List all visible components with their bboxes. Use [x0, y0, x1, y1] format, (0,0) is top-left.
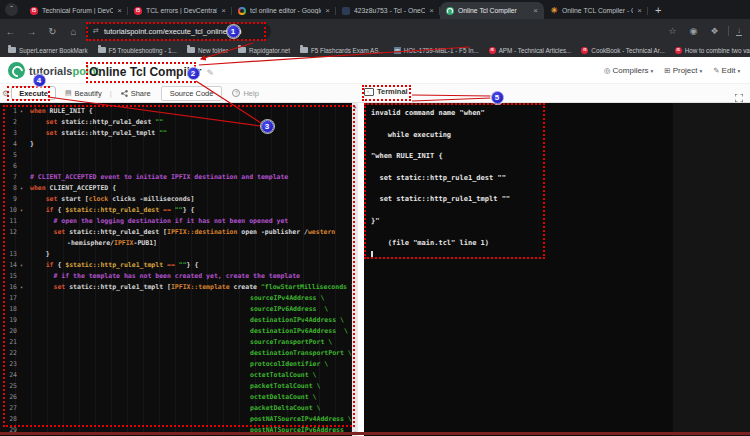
code-editor[interactable]: 1▾when RULE_INIT {2 set static::http_rul… [0, 103, 358, 436]
folder-icon [8, 47, 16, 53]
tab-close-icon[interactable]: × [221, 6, 226, 15]
terminal-output[interactable]: invalid command name "when" while execut… [364, 103, 750, 436]
fold-icon[interactable]: ▾ [17, 260, 26, 271]
terminal-line [371, 119, 750, 130]
line-number: 27 [0, 403, 17, 414]
terminal-line [371, 227, 750, 238]
bookmarks-bar: SuperLearner BookMarkF5 Troubleshooting … [0, 43, 750, 57]
share-button[interactable]: Share [121, 89, 151, 98]
tab-close-icon[interactable]: × [533, 6, 538, 15]
line-number: 7 [0, 172, 17, 183]
bookmark-item[interactable]: f5How to combine two var... [675, 47, 750, 54]
bookmark-item[interactable]: Rapidgator.net [238, 47, 290, 54]
code-text: packetTotalCount \ [26, 381, 320, 392]
terminal-line: (file "main.tcl" line 1) [371, 238, 750, 249]
bookmarks-items: SuperLearner BookMarkF5 Troubleshooting … [8, 47, 750, 54]
line-number: 12 [0, 227, 17, 238]
terminal-line [371, 205, 750, 216]
code-line: 5 [0, 150, 358, 161]
tab-close-icon[interactable]: × [325, 6, 330, 15]
fold-spacer [17, 381, 26, 392]
code-line: 11 # open the logging destination if it … [0, 216, 358, 227]
bookmark-item[interactable]: vmHOL-1759-MBL-1 - F5 In... [394, 47, 479, 54]
menu-project[interactable]: ⊞Project▾ [664, 66, 702, 75]
browser-tab[interactable]: 423z8u753 - Tcl - OneCompiler× [336, 2, 440, 19]
toolbar-right-icons: ☆ ◉ ❖ ↓ [662, 26, 750, 36]
downloads-icon[interactable]: ↓ [736, 26, 742, 36]
browser-tab[interactable]: f5Technical Forum | DevCentral× [24, 2, 128, 19]
tutorialspoint-favicon-icon [446, 7, 454, 15]
fold-spacer [17, 315, 26, 326]
fold-spacer [17, 172, 26, 183]
line-number: 16 [0, 282, 17, 293]
tab-close-icon[interactable]: × [117, 6, 122, 15]
tabs-container: f5Technical Forum | DevCentral×f5TCL err… [24, 0, 648, 19]
back-icon[interactable]: ← [0, 26, 21, 37]
fold-icon[interactable]: ▾ [17, 282, 26, 293]
fold-spacer [17, 161, 26, 172]
browser-tab[interactable]: f5TCL errors | DevCentral× [128, 2, 232, 19]
tab-close-icon[interactable]: × [637, 6, 642, 15]
bookmark-item[interactable]: SuperLearner BookMark [8, 47, 88, 54]
fold-spacer [17, 414, 26, 425]
fold-spacer [17, 326, 26, 337]
bookmark-label: Rapidgator.net [249, 47, 290, 54]
code-text [26, 150, 30, 161]
tab-close-icon[interactable]: × [429, 6, 434, 15]
menu-label: Compilers [613, 66, 649, 75]
code-text: postNATSourceIPv4Address \ [26, 414, 352, 425]
extensions-icon[interactable]: ❖ [704, 26, 725, 36]
pinned-extension-icon[interactable]: ◉ [683, 26, 704, 36]
execute-button[interactable]: Execute [11, 86, 56, 100]
code-line: 22destinationTransportPort \ [0, 348, 358, 359]
onecompiler-favicon-icon [342, 7, 350, 15]
bookmark-item[interactable]: F5 Troubleshooting - 1... [98, 47, 177, 54]
tab-search-icon[interactable]: ˇ [5, 3, 18, 16]
browser-tab[interactable]: Online Tcl Compiler× [440, 2, 544, 19]
address-bar[interactable]: ⇄ tutorialspoint.com/execute_tcl_online.… [85, 23, 271, 40]
fold-spacer [17, 359, 26, 370]
f5-favicon-icon: f5 [30, 7, 38, 15]
code-line: 6 [0, 161, 358, 172]
fold-icon[interactable]: ▾ [17, 205, 26, 216]
line-number: 20 [0, 326, 17, 337]
fold-icon[interactable]: ▾ [17, 106, 26, 117]
fold-spacer [17, 194, 26, 205]
editor-scrollbar[interactable]: ▲ ▼ [352, 103, 358, 436]
vm-icon: vm [394, 47, 401, 54]
bookmark-item[interactable]: f5CookBook - Technical Ar... [581, 47, 664, 54]
menu-edit[interactable]: ✎Edit▾ [713, 66, 740, 75]
bookmark-star-icon[interactable]: ☆ [662, 26, 683, 36]
terminal-line: set static::http_rule1_tmplt "" [371, 194, 750, 205]
bookmark-item[interactable]: F5 Flashcards Exam AS... [300, 47, 384, 54]
help-button[interactable]: ?Help [232, 89, 258, 98]
scroll-up-icon[interactable]: ▲ [354, 104, 356, 109]
line-number: 9 [0, 194, 17, 205]
code-text: set static::http_rule1_tmplt [IPFIX::tem… [26, 282, 355, 293]
line-number: 23 [0, 359, 17, 370]
code-text: when RULE_INIT { [26, 106, 93, 117]
forward-icon[interactable]: → [21, 26, 42, 37]
beautify-button[interactable]: ▤Beautify [65, 89, 102, 98]
bookmark-item[interactable]: f5APM - Technical Articles... [489, 47, 572, 54]
fold-icon[interactable]: ▾ [17, 183, 26, 194]
rename-pencil-icon[interactable]: ✎ [206, 68, 214, 78]
menu-compilers[interactable]: ◎Compilers▾ [604, 66, 653, 75]
line-number: 28 [0, 414, 17, 425]
code-line: 3 set static::http_rule1_tmplt "" [0, 128, 358, 139]
home-icon[interactable]: ⌂ [63, 26, 84, 37]
reload-icon[interactable]: ↻ [42, 26, 63, 37]
code-line: 28postNATSourceIPv4Address \ [0, 414, 358, 425]
bookmark-item[interactable]: New folder [187, 47, 228, 54]
code-text: destinationIPv4Address \ [26, 315, 344, 326]
terminal-line: "when RULE_INIT { [371, 151, 750, 162]
code-line: 27packetDeltaCount \ [0, 403, 358, 414]
new-tab-button[interactable]: + [655, 4, 661, 16]
source-code-tab[interactable]: Source Code [161, 86, 223, 101]
tutorialspoint-logo-icon[interactable] [8, 62, 25, 79]
browser-tab[interactable]: ☀Online TCL Compiler - Online TCL E× [544, 2, 648, 19]
site-settings-icon[interactable]: ⇄ [93, 27, 99, 35]
page-title: Online Tcl Compiler✎ [89, 65, 214, 79]
settings-gear-icon[interactable]: ⚙ [2, 89, 9, 98]
browser-tab[interactable]: tcl online editor - Google Search× [232, 2, 336, 19]
